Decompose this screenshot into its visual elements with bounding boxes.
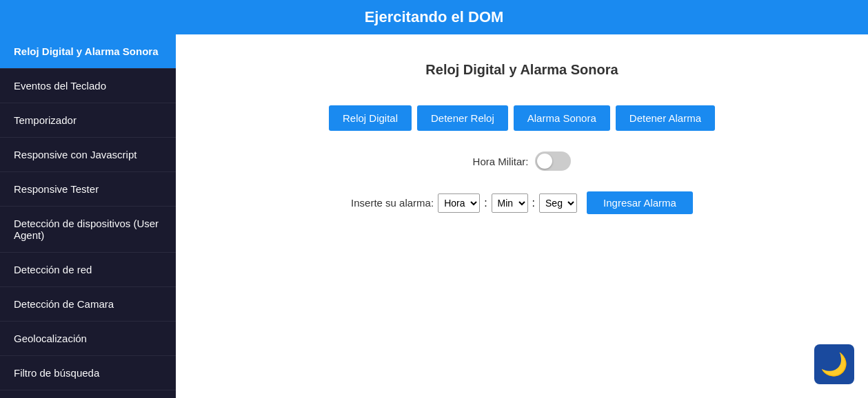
colon-separator-1: : (484, 197, 487, 209)
hora-militar-toggle[interactable] (535, 151, 571, 171)
sidebar-item[interactable]: Responsive con Javascript (0, 138, 176, 172)
seg-select[interactable]: Seg (539, 193, 577, 213)
content-area: Reloj Digital y Alarma Sonora Reloj Digi… (176, 34, 868, 398)
ingresar-alarma-button[interactable]: Ingresar Alarma (587, 191, 693, 214)
sidebar-item[interactable]: Filtro de búsqueda (0, 356, 176, 390)
sidebar-item[interactable]: Geolocalización (0, 322, 176, 356)
sidebar-item[interactable]: Detección de Camara (0, 287, 176, 322)
buttons-row: Reloj Digital Detener Reloj Alarma Sonor… (217, 105, 827, 131)
app-header: Ejercitando el DOM (0, 0, 868, 34)
sidebar: Reloj Digital y Alarma SonoraEventos del… (0, 34, 176, 398)
colon-separator-2: : (532, 197, 535, 209)
sidebar-item[interactable]: Responsive Tester (0, 172, 176, 207)
dark-mode-icon: 🌙 (820, 351, 848, 377)
alarm-label: Inserte su alarma: (351, 197, 434, 209)
hora-militar-row: Hora Militar: (217, 151, 827, 171)
hora-militar-label: Hora Militar: (473, 156, 529, 167)
reloj-digital-button[interactable]: Reloj Digital (329, 105, 412, 131)
page-title: Reloj Digital y Alarma Sonora (217, 62, 827, 78)
detener-reloj-button[interactable]: Detener Reloj (417, 105, 508, 131)
alarm-row: Inserte su alarma: Hora : Min : Seg Ingr… (217, 191, 827, 214)
alarma-sonora-button[interactable]: Alarma Sonora (514, 105, 610, 131)
sidebar-item[interactable]: Detección de dispositivos (User Agent) (0, 207, 176, 253)
sidebar-item[interactable]: Detección de red (0, 253, 176, 287)
sidebar-item[interactable]: Temporizador (0, 103, 176, 138)
header-title: Ejercitando el DOM (365, 8, 504, 25)
hora-select[interactable]: Hora (438, 193, 480, 213)
sidebar-item[interactable]: Reloj Digital y Alarma Sonora (0, 34, 176, 69)
dark-mode-button[interactable]: 🌙 (814, 344, 854, 384)
sidebar-item[interactable]: Eventos del Teclado (0, 69, 176, 103)
min-select[interactable]: Min (492, 193, 528, 213)
detener-alarma-button[interactable]: Detener Alarma (616, 105, 715, 131)
main-layout: Reloj Digital y Alarma SonoraEventos del… (0, 34, 868, 398)
